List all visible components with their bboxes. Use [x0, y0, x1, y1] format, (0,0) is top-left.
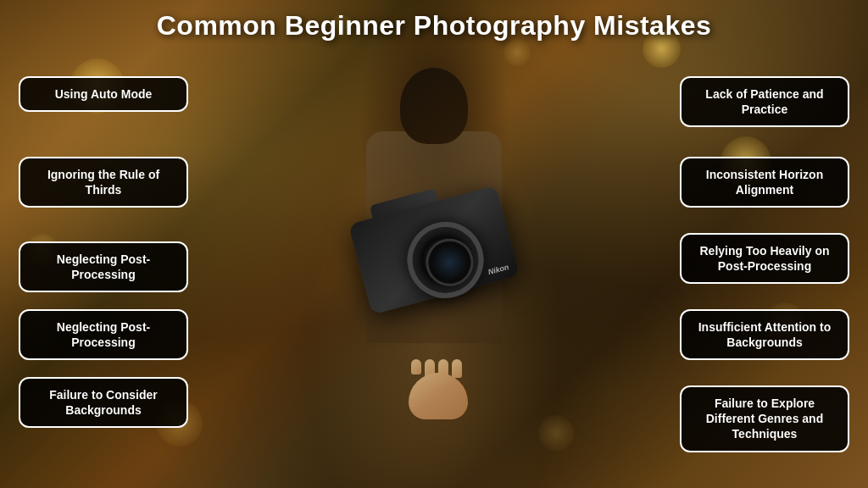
label-insufficient-attention: Insufficient Attention to Backgrounds: [680, 309, 849, 360]
label-relying-too-heavily: Relying Too Heavily on Post-Processing: [680, 233, 849, 284]
label-failure-to-consider-backgrounds: Failure to Consider Backgrounds: [19, 377, 188, 428]
label-failure-to-explore: Failure to Explore Different Genres and …: [680, 385, 849, 452]
label-using-auto-mode: Using Auto Mode: [19, 76, 188, 112]
label-inconsistent-horizon: Inconsistent Horizon Alignment: [680, 157, 849, 208]
hand: [396, 352, 481, 419]
label-neglecting-post-processing-1: Neglecting Post-Processing: [19, 241, 188, 292]
label-neglecting-post-processing-2: Neglecting Post-Processing: [19, 309, 188, 360]
page-title: Common Beginner Photography Mistakes: [0, 10, 868, 42]
finger-4: [452, 359, 462, 378]
finger-1: [411, 359, 421, 374]
label-ignoring-rule-of-thirds: Ignoring the Rule of Thirds: [19, 157, 188, 208]
label-lack-of-patience: Lack of Patience and Practice: [680, 76, 849, 127]
camera-lens: [398, 214, 492, 307]
